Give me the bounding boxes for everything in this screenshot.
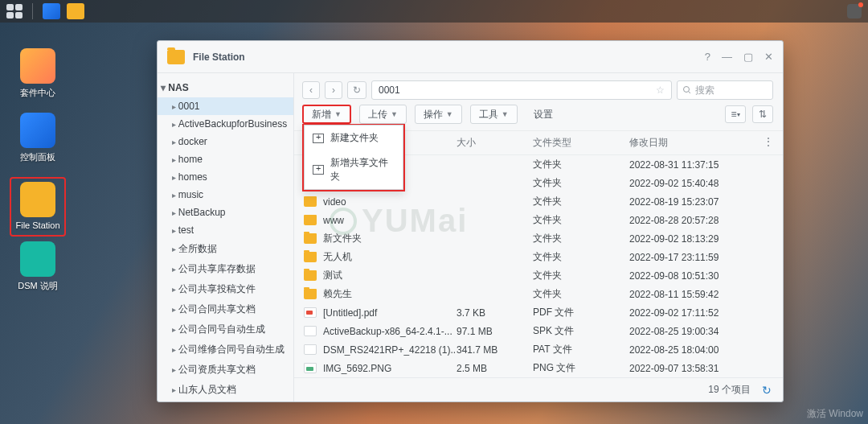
file-date: 2022-08-19 15:23:07 bbox=[629, 196, 765, 208]
desktop-icon-2[interactable]: File Station bbox=[10, 177, 66, 237]
file-date: 2022-09-08 10:51:30 bbox=[629, 270, 765, 282]
action-label: 操作 bbox=[424, 108, 443, 121]
tree-item[interactable]: NetBackup bbox=[158, 204, 293, 221]
star-icon[interactable]: ☆ bbox=[656, 84, 665, 96]
file-date: 2022-09-17 23:11:59 bbox=[629, 252, 765, 263]
tree-item[interactable]: 全所数据 bbox=[158, 239, 293, 259]
table-row[interactable]: www文件夹2022-08-28 20:57:28 bbox=[294, 211, 783, 229]
file-name: www bbox=[323, 215, 344, 226]
search-placeholder: 搜索 bbox=[695, 84, 714, 97]
col-size[interactable]: 大小 bbox=[457, 136, 533, 150]
maximize-button[interactable]: ▢ bbox=[743, 51, 753, 63]
dropdown-new-shared-label: 新增共享文件夹 bbox=[330, 156, 395, 183]
table-row[interactable]: 无人机文件夹2022-09-17 23:11:59 bbox=[294, 248, 783, 266]
tree-item[interactable]: music bbox=[158, 186, 293, 204]
table-row[interactable]: DSM_RS2421RP+_42218 (1)...341.7 MBPAT 文件… bbox=[294, 340, 783, 359]
nav-refresh-button[interactable]: ↻ bbox=[347, 81, 366, 99]
activate-windows-text: 激活 Window bbox=[807, 407, 863, 421]
table-row[interactable]: video文件夹2022-08-19 15:23:07 bbox=[294, 192, 783, 211]
file-date: 2022-08-25 18:04:00 bbox=[629, 344, 765, 356]
file-name: IMG_5692.PNG bbox=[323, 363, 391, 374]
titlebar[interactable]: File Station ? — ▢ ✕ bbox=[158, 41, 783, 73]
tree-item[interactable]: ActiveBackupforBusiness bbox=[158, 115, 293, 133]
tree-item[interactable]: docker bbox=[158, 133, 293, 150]
dropdown-new-shared[interactable]: 新增共享文件夹 bbox=[305, 150, 403, 189]
file-icon bbox=[304, 270, 317, 281]
col-more-icon[interactable]: ⋮ bbox=[764, 136, 773, 150]
refresh-icon[interactable]: ↻ bbox=[762, 384, 772, 397]
file-type: PDF 文件 bbox=[533, 306, 629, 319]
minimize-button[interactable]: — bbox=[722, 51, 732, 63]
tree-root[interactable]: NAS bbox=[158, 80, 293, 97]
file-name: 无人机 bbox=[323, 250, 352, 264]
desktop-icon-glyph bbox=[20, 182, 55, 217]
desktop-icon-label: 套件中心 bbox=[10, 87, 66, 99]
action-button[interactable]: 操作▼ bbox=[415, 105, 462, 124]
table-row[interactable]: 测试文件夹2022-09-08 10:51:30 bbox=[294, 266, 783, 285]
tree-item[interactable]: 公司合同号自动生成 bbox=[158, 319, 293, 340]
file-size: 97.1 MB bbox=[457, 326, 533, 337]
col-date[interactable]: 修改日期 bbox=[629, 136, 764, 150]
tree-item[interactable]: home bbox=[158, 150, 293, 168]
tree-item[interactable]: 山东人员文档 bbox=[158, 380, 293, 400]
table-row[interactable]: [Untitled].pdf3.7 KBPDF 文件2022-09-02 17:… bbox=[294, 303, 783, 322]
tree-item[interactable]: test bbox=[158, 221, 293, 239]
table-row[interactable]: 赖先生文件夹2022-08-11 15:59:42 bbox=[294, 285, 783, 303]
close-button[interactable]: ✕ bbox=[764, 51, 773, 63]
new-folder-icon bbox=[313, 134, 324, 143]
table-row[interactable]: 新文件夹文件夹2022-09-02 18:13:29 bbox=[294, 229, 783, 248]
table-row[interactable]: ActiveBackup-x86_64-2.4.1-...97.1 MBSPK … bbox=[294, 322, 783, 340]
file-type: 文件夹 bbox=[533, 287, 629, 301]
tree-item[interactable]: 公司合同共享文档 bbox=[158, 299, 293, 319]
tree-item[interactable]: 公司维修合同号自动生成 bbox=[158, 340, 293, 360]
taskbar-app-1[interactable] bbox=[43, 3, 60, 19]
file-date: 2022-08-11 15:59:42 bbox=[629, 289, 765, 300]
tree-item[interactable]: 山西人员文档 bbox=[158, 400, 293, 401]
col-type[interactable]: 文件类型 bbox=[533, 136, 629, 150]
desktop-icon-3[interactable]: DSM 说明 bbox=[10, 241, 66, 292]
apps-grid-icon[interactable] bbox=[6, 4, 23, 19]
file-type: 文件夹 bbox=[533, 176, 629, 190]
file-name: [Untitled].pdf bbox=[323, 307, 377, 319]
tree-item[interactable]: 0001 bbox=[158, 97, 293, 115]
file-name: video bbox=[323, 196, 346, 208]
tree-item[interactable]: 公司资质共享文档 bbox=[158, 360, 293, 380]
tree-item[interactable]: homes bbox=[158, 168, 293, 186]
breadcrumb[interactable]: 0001 ☆ bbox=[371, 80, 672, 100]
file-icon bbox=[304, 326, 317, 336]
file-icon bbox=[304, 363, 317, 373]
tree-item[interactable]: 公司共享投稿文件 bbox=[158, 279, 293, 299]
tools-button[interactable]: 工具▼ bbox=[470, 105, 518, 124]
sort-button[interactable]: ⇅ bbox=[752, 105, 773, 123]
file-list[interactable]: hcip文件夹2022-09-02 15:40:48video文件夹2022-0… bbox=[294, 174, 783, 377]
file-name: 测试 bbox=[323, 269, 342, 282]
file-size: 2.5 MB bbox=[457, 363, 533, 374]
file-date: 2022-09-02 18:13:29 bbox=[629, 233, 765, 245]
file-type: PAT 文件 bbox=[533, 343, 629, 356]
file-icon bbox=[304, 215, 317, 225]
main-pane: ‹ › ↻ 0001 ☆ 搜索 新增▼ bbox=[294, 73, 783, 401]
nav-forward-button[interactable]: › bbox=[325, 81, 342, 99]
folder-tree[interactable]: NAS 0001ActiveBackupforBusinessdockerhom… bbox=[158, 73, 294, 401]
desktop-icon-1[interactable]: 控制面板 bbox=[10, 113, 66, 163]
help-button[interactable]: ? bbox=[705, 51, 710, 63]
settings-button[interactable]: 设置 bbox=[526, 105, 561, 124]
folder-icon bbox=[167, 50, 185, 64]
view-list-button[interactable]: ≡▾ bbox=[725, 105, 746, 123]
tree-item[interactable]: 公司共享库存数据 bbox=[158, 259, 293, 279]
status-bar: 19 个项目 ↻ bbox=[294, 377, 783, 401]
breadcrumb-text: 0001 bbox=[379, 84, 400, 96]
add-button[interactable]: 新增▼ bbox=[302, 105, 351, 124]
notification-icon[interactable] bbox=[847, 4, 862, 19]
upload-button[interactable]: 上传▼ bbox=[359, 105, 407, 124]
file-type: 文件夹 bbox=[533, 213, 629, 227]
table-row[interactable]: IMG_5692.PNG2.5 MBPNG 文件2022-09-07 13:58… bbox=[294, 359, 783, 377]
taskbar-app-2[interactable] bbox=[67, 3, 84, 19]
desktop-icon-0[interactable]: 套件中心 bbox=[10, 48, 66, 99]
file-type: SPK 文件 bbox=[533, 324, 629, 338]
nav-back-button[interactable]: ‹ bbox=[302, 81, 320, 99]
file-date: 2022-09-02 15:40:48 bbox=[629, 178, 765, 189]
search-input[interactable]: 搜索 bbox=[677, 80, 773, 100]
dropdown-new-folder[interactable]: 新建文件夹 bbox=[305, 126, 403, 150]
svg-line-1 bbox=[689, 92, 691, 94]
